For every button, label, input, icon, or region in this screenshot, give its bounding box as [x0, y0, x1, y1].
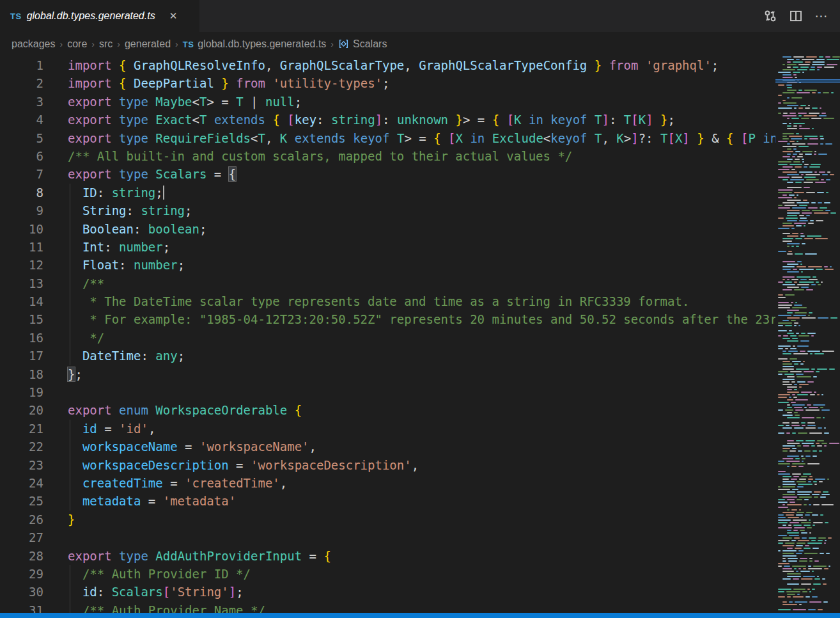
- code-line[interactable]: 30 id: Scalars['String'];: [0, 583, 840, 601]
- type-symbol-icon: [338, 38, 349, 49]
- code-line[interactable]: 29 /** Auth Provider ID */: [0, 565, 840, 583]
- line-number[interactable]: 27: [0, 528, 43, 546]
- breadcrumb-generated[interactable]: generated: [125, 38, 171, 50]
- line-number[interactable]: 25: [0, 492, 43, 510]
- code-line[interactable]: 3export type Maybe<T> = T | null;: [0, 93, 840, 111]
- line-number[interactable]: 16: [0, 329, 43, 347]
- line-number[interactable]: 30: [0, 583, 43, 601]
- line-number[interactable]: 5: [0, 129, 43, 147]
- code-line[interactable]: 7export type Scalars = {: [0, 165, 840, 183]
- code-line[interactable]: 15 * For example: "1985-04-12T23:20:50.5…: [0, 310, 840, 328]
- code-line[interactable]: 19: [0, 383, 840, 401]
- line-number[interactable]: 29: [0, 565, 43, 583]
- code-line[interactable]: 8 ID: string;: [0, 184, 840, 202]
- text-cursor: [163, 186, 164, 200]
- code-line[interactable]: 26}: [0, 511, 840, 528]
- breadcrumb-file[interactable]: TSglobal.db.types.generated.ts: [183, 38, 327, 50]
- status-bar: [0, 613, 840, 618]
- minimap-current-line: [775, 79, 840, 83]
- code-line[interactable]: 17 DateTime: any;: [0, 347, 840, 365]
- code-line[interactable]: 31 /** Auth Provider Name */: [0, 601, 840, 613]
- tab-global-db-types[interactable]: TS global.db.types.generated.ts ✕: [0, 0, 199, 32]
- typescript-file-icon: TS: [183, 40, 194, 49]
- code-line[interactable]: 10 Boolean: boolean;: [0, 220, 840, 238]
- line-number[interactable]: 31: [0, 601, 43, 613]
- line-number[interactable]: 28: [0, 547, 43, 565]
- chevron-right-icon: ›: [60, 39, 63, 49]
- line-number[interactable]: 21: [0, 420, 43, 438]
- line-number[interactable]: 24: [0, 474, 43, 492]
- split-editor-icon: [789, 9, 803, 23]
- code-line[interactable]: 6/** All built-in and custom scalars, ma…: [0, 147, 840, 165]
- line-number[interactable]: 22: [0, 438, 43, 456]
- line-number[interactable]: 8: [0, 184, 43, 202]
- chevron-right-icon: ›: [117, 39, 120, 49]
- chevron-right-icon: ›: [91, 39, 95, 49]
- line-number[interactable]: 1: [0, 56, 43, 74]
- typescript-file-icon: TS: [10, 12, 22, 21]
- line-number[interactable]: 14: [0, 292, 43, 310]
- line-number[interactable]: 20: [0, 401, 43, 419]
- breadcrumb: packages › core › src › generated › TSgl…: [0, 32, 840, 56]
- chevron-right-icon: ›: [331, 39, 334, 49]
- code-line[interactable]: 14 * The DateTime scalar type represents…: [0, 292, 840, 310]
- code-line[interactable]: 1import { GraphQLResolveInfo, GraphQLSca…: [0, 56, 840, 74]
- code-editor[interactable]: 1import { GraphQLResolveInfo, GraphQLSca…: [0, 56, 840, 613]
- line-number[interactable]: 15: [0, 310, 43, 328]
- line-number[interactable]: 11: [0, 238, 43, 256]
- line-number[interactable]: 26: [0, 511, 43, 528]
- breadcrumb-symbol-scalars[interactable]: Scalars: [338, 38, 387, 50]
- code-line[interactable]: 27: [0, 528, 840, 546]
- code-line[interactable]: 5export type RequireFields<T, K extends …: [0, 129, 840, 147]
- line-number[interactable]: 2: [0, 74, 43, 92]
- code-line[interactable]: 13 /**: [0, 274, 840, 292]
- code-line[interactable]: 21 id = 'id',: [0, 420, 840, 438]
- code-line[interactable]: 2import { DeepPartial } from 'utility-ty…: [0, 74, 840, 92]
- line-number[interactable]: 6: [0, 147, 43, 165]
- ellipsis-icon: ⋯: [815, 13, 828, 19]
- line-number[interactable]: 9: [0, 202, 43, 219]
- code-line[interactable]: 18};: [0, 365, 840, 383]
- breadcrumb-src[interactable]: src: [99, 38, 113, 50]
- minimap[interactable]: [775, 56, 840, 613]
- code-line[interactable]: 23 workspaceDescription = 'workspaceDesc…: [0, 456, 840, 474]
- open-changes-button[interactable]: [761, 6, 780, 26]
- tab-bar: TS global.db.types.generated.ts ✕ ⋯: [0, 0, 840, 32]
- code-line[interactable]: 22 workspaceName = 'workspaceName',: [0, 438, 840, 456]
- chevron-right-icon: ›: [175, 39, 178, 49]
- line-number[interactable]: 12: [0, 256, 43, 274]
- editor-actions: ⋯: [761, 0, 840, 32]
- split-editor-button[interactable]: [786, 6, 805, 26]
- line-number[interactable]: 3: [0, 93, 43, 111]
- line-number[interactable]: 10: [0, 220, 43, 238]
- line-number[interactable]: 19: [0, 383, 43, 401]
- code-line[interactable]: 20export enum WorkspaceOrderable {: [0, 401, 840, 419]
- code-line[interactable]: 11 Int: number;: [0, 238, 840, 256]
- code-line[interactable]: 16 */: [0, 329, 840, 347]
- close-icon[interactable]: ✕: [167, 9, 180, 23]
- breadcrumb-core[interactable]: core: [67, 38, 87, 50]
- line-number[interactable]: 13: [0, 274, 43, 292]
- line-number[interactable]: 23: [0, 456, 43, 474]
- line-number[interactable]: 4: [0, 111, 43, 129]
- more-actions-button[interactable]: ⋯: [812, 6, 831, 26]
- line-number[interactable]: 7: [0, 165, 43, 183]
- code-line[interactable]: 25 metadata = 'metadata': [0, 492, 840, 510]
- code-line[interactable]: 9 String: string;: [0, 202, 840, 219]
- line-number[interactable]: 17: [0, 347, 43, 365]
- compare-changes-icon: [763, 9, 777, 23]
- line-number[interactable]: 18: [0, 365, 43, 383]
- breadcrumb-packages[interactable]: packages: [12, 38, 56, 50]
- code-line[interactable]: 12 Float: number;: [0, 256, 840, 274]
- tab-title: global.db.types.generated.ts: [27, 10, 155, 22]
- code-line[interactable]: 4export type Exact<T extends { [key: str…: [0, 111, 840, 129]
- code-area: 1import { GraphQLResolveInfo, GraphQLSca…: [0, 56, 840, 613]
- code-line[interactable]: 24 createdTime = 'createdTime',: [0, 474, 840, 492]
- code-line[interactable]: 28export type AddAuthProviderInput = {: [0, 547, 840, 565]
